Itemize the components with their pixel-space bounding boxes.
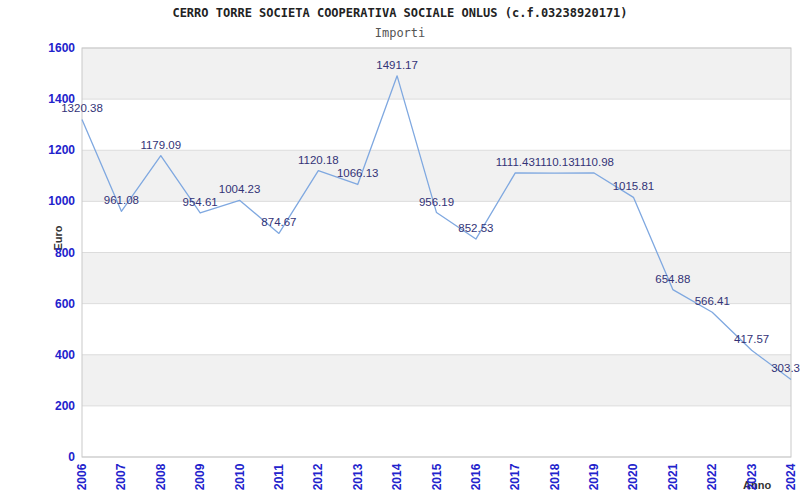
data-point-label: 566.41: [695, 295, 730, 307]
data-point-label: 874.67: [261, 216, 296, 228]
x-tick-label: 2011: [272, 464, 286, 490]
chart-canvas: 0200400600800100012001400160020062007200…: [0, 0, 800, 500]
data-point-label: 1110.98: [574, 156, 614, 168]
y-tick-label: 600: [55, 297, 75, 311]
y-tick-label: 1200: [48, 143, 75, 157]
x-tick-label: 2016: [469, 463, 483, 490]
y-tick-label: 400: [55, 348, 75, 362]
plot-band: [82, 201, 791, 252]
x-tick-label: 2013: [351, 463, 365, 490]
x-tick-label: 2012: [311, 463, 325, 490]
data-point-label: 954.61: [183, 196, 218, 208]
x-tick-label: 2010: [233, 463, 247, 490]
data-point-label: 1015.81: [613, 180, 655, 192]
plot-band: [82, 406, 791, 457]
x-tick-label: 2023: [745, 463, 759, 490]
data-point-label: 1066.13: [337, 167, 379, 179]
x-tick-label: 2022: [705, 463, 719, 490]
data-point-label: 654.88: [655, 273, 690, 285]
data-point-label: 1491.17: [376, 59, 418, 71]
x-tick-label: 2014: [390, 463, 404, 490]
x-tick-label: 2021: [666, 463, 680, 490]
y-tick-label: 1600: [48, 41, 75, 55]
x-tick-label: 2017: [508, 463, 522, 490]
data-point-label: 1120.18: [298, 154, 339, 166]
y-tick-label: 200: [55, 399, 75, 413]
x-tick-label: 2015: [430, 463, 444, 490]
plot-band: [82, 48, 791, 99]
x-tick-label: 2007: [114, 463, 128, 490]
x-tick-label: 2009: [193, 463, 207, 490]
x-tick-label: 2008: [154, 463, 168, 490]
x-tick-label: 2018: [548, 463, 562, 490]
x-tick-label: 2006: [75, 463, 89, 490]
y-tick-label: 1000: [48, 194, 75, 208]
data-point-label: 852.53: [458, 222, 493, 234]
data-point-label: 417.57: [734, 333, 769, 345]
x-tick-label: 2019: [587, 463, 601, 490]
data-point-label: 1320.38: [61, 102, 103, 114]
data-point-label: 303.3: [771, 362, 800, 374]
x-tick-label: 2024: [784, 463, 798, 490]
data-point-label: 1110.13: [535, 156, 575, 168]
plot-band: [82, 355, 791, 406]
plot-band: [82, 99, 791, 150]
data-point-label: 961.08: [104, 194, 139, 206]
plot-band: [82, 150, 791, 201]
data-point-label: 1004.23: [219, 183, 261, 195]
data-point-label: 956.19: [419, 196, 454, 208]
y-tick-label: 800: [55, 246, 75, 260]
plot-band: [82, 304, 791, 355]
y-tick-label: 0: [68, 450, 75, 464]
x-tick-label: 2020: [626, 463, 640, 490]
data-point-label: 1179.09: [140, 139, 181, 151]
data-point-label: 1111.43: [496, 156, 535, 168]
